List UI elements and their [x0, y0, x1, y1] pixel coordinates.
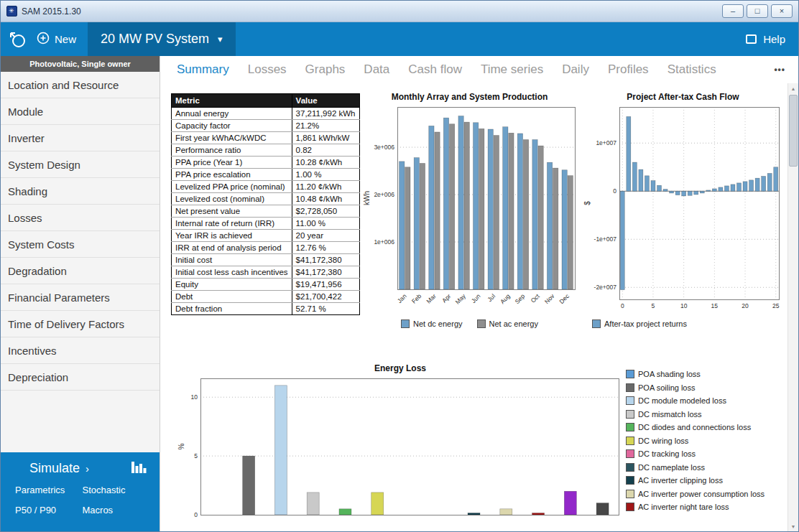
- metric-row: Capacity factor21.2%: [172, 120, 360, 132]
- close-button[interactable]: ×: [771, 4, 793, 18]
- legend-label: DC wiring loss: [638, 437, 688, 445]
- sidebar-item-module[interactable]: Module: [1, 98, 160, 125]
- legend-swatch: [626, 449, 634, 458]
- tab-summary[interactable]: Summary: [167, 62, 239, 77]
- sidebar-item-inverter[interactable]: Inverter: [1, 125, 160, 151]
- legend-label: AC inverter night tare loss: [638, 503, 729, 511]
- svg-text:10: 10: [191, 393, 198, 401]
- energy-loss-plot: 0510%: [175, 374, 626, 526]
- monthly-production-chart: Monthly Array and System Production 1e+0…: [360, 92, 579, 328]
- macros-button[interactable]: Macros: [83, 505, 150, 515]
- scroll-down-arrow[interactable]: ▼: [788, 521, 798, 531]
- metric-row: Levelized cost (nominal)10.48 ¢/kWh: [172, 193, 360, 205]
- sidebar-item-shading[interactable]: Shading: [1, 178, 160, 205]
- tab-time-series[interactable]: Time series: [471, 62, 553, 77]
- energy-loss-legend: POA shading lossPOA soiling lossDC modul…: [626, 368, 765, 514]
- case-type-header: Photovoltaic, Single owner: [1, 56, 160, 72]
- legend-item: AC inverter power consumption loss: [626, 487, 765, 501]
- metric-value: 0.82: [292, 144, 359, 157]
- tab-statistics[interactable]: Statistics: [658, 62, 726, 77]
- legend-item: Net ac energy: [477, 319, 538, 328]
- project-name: 20 MW PV System: [101, 32, 209, 47]
- svg-text:Dec: Dec: [558, 292, 571, 305]
- legend-item: DC mismatch loss: [626, 408, 765, 421]
- new-project-button[interactable]: New: [37, 32, 76, 47]
- scrollbar-thumb[interactable]: [789, 95, 798, 167]
- legend-item: POA soiling loss: [626, 381, 765, 395]
- tab-bar-items: SummaryLossesGraphsDataCash flowTime ser…: [167, 62, 726, 77]
- titlebar: SAM 2015.1.30 – □ ×: [1, 1, 798, 22]
- svg-text:Aug: Aug: [499, 292, 512, 305]
- legend-swatch: [626, 476, 634, 485]
- sidebar-item-time-of-delivery-factors[interactable]: Time of Delivery Factors: [1, 311, 160, 337]
- tab-profiles[interactable]: Profiles: [599, 62, 658, 77]
- tab-cash-flow[interactable]: Cash flow: [399, 62, 471, 77]
- metric-value: 1,861 kWh/kW: [292, 132, 359, 144]
- tab-bar: SummaryLossesGraphsDataCash flowTime ser…: [160, 56, 798, 83]
- svg-text:Sep: Sep: [514, 292, 527, 305]
- window-title: SAM 2015.1.30: [22, 6, 81, 17]
- sidebar-item-location-and-resource[interactable]: Location and Resource: [1, 72, 160, 98]
- svg-text:-1e+007: -1e+007: [594, 235, 617, 243]
- app-window: SAM 2015.1.30 – □ × New 20 MW PV System: [0, 0, 799, 532]
- project-case-tab[interactable]: 20 MW PV System ▾: [88, 22, 236, 56]
- sidebar-item-system-costs[interactable]: System Costs: [1, 231, 160, 258]
- svg-text:May: May: [454, 292, 468, 306]
- svg-text:1e+007: 1e+007: [596, 139, 616, 146]
- minimize-button[interactable]: –: [722, 4, 744, 18]
- chevron-right-icon: ›: [86, 462, 89, 475]
- parametrics-button[interactable]: Parametrics: [15, 485, 83, 495]
- metric-value: 20 year: [292, 230, 359, 242]
- metric-value: $41,172,380: [292, 254, 359, 266]
- legend-item: DC module modeled loss: [626, 394, 765, 408]
- tab-losses[interactable]: Losses: [239, 62, 296, 77]
- legend-swatch: [626, 383, 634, 392]
- chart-title: Project After-tax Cash Flow: [581, 92, 785, 103]
- metric-label: PPA price (Year 1): [172, 157, 292, 169]
- tab-data[interactable]: Data: [354, 62, 399, 77]
- legend-item: DC diodes and connections loss: [626, 421, 765, 434]
- metric-label: Net present value: [172, 205, 292, 218]
- svg-text:Oct: Oct: [530, 292, 542, 304]
- vertical-scrollbar[interactable]: ▲ ▼: [788, 83, 798, 531]
- sidebar-item-losses[interactable]: Losses: [1, 205, 160, 231]
- help-button[interactable]: Help: [746, 33, 785, 45]
- metric-row: First year kWhAC/kWDC1,861 kWh/kW: [172, 132, 360, 144]
- sidebar-item-system-design[interactable]: System Design: [1, 151, 160, 178]
- legend-label: DC nameplate loss: [638, 463, 705, 472]
- metric-label: PPA price escalation: [172, 169, 292, 181]
- metric-value: $19,471,956: [292, 279, 359, 291]
- tabs-overflow-button[interactable]: •••: [774, 56, 785, 83]
- metric-row: Year IRR is achieved20 year: [172, 230, 360, 242]
- metric-row: Internal rate of return (IRR)11.00 %: [172, 218, 360, 230]
- sidebar-item-depreciation[interactable]: Depreciation: [1, 364, 160, 391]
- legend-label: DC module modeled loss: [638, 396, 726, 405]
- tab-graphs[interactable]: Graphs: [296, 62, 355, 77]
- svg-text:3e+006: 3e+006: [374, 144, 394, 151]
- simulate-button[interactable]: Simulate ›: [29, 461, 89, 476]
- sidebar-item-degradation[interactable]: Degradation: [1, 258, 160, 284]
- svg-text:15: 15: [711, 302, 719, 309]
- sidebar-item-financial-parameters[interactable]: Financial Parameters: [1, 284, 160, 311]
- sidebar-item-incentives[interactable]: Incentives: [1, 337, 160, 364]
- legend-item: DC tracking loss: [626, 447, 765, 461]
- stochastic-button[interactable]: Stochastic: [83, 485, 150, 495]
- metric-label: IRR at end of analysis period: [172, 242, 292, 254]
- svg-text:$: $: [583, 201, 591, 205]
- scroll-up-arrow[interactable]: ▲: [788, 83, 798, 93]
- p50-p90-button[interactable]: P50 / P90: [15, 505, 83, 515]
- svg-text:kWh: kWh: [363, 191, 371, 205]
- metric-value: 12.76 %: [292, 242, 359, 254]
- legend-swatch: [626, 423, 634, 431]
- legend-label: DC tracking loss: [638, 449, 696, 458]
- tab-daily[interactable]: Daily: [553, 62, 599, 77]
- maximize-button[interactable]: □: [747, 4, 768, 18]
- histogram-icon[interactable]: [131, 459, 148, 477]
- legend-swatch: [626, 463, 634, 472]
- svg-text:2e+006: 2e+006: [374, 191, 394, 198]
- svg-text:Apr: Apr: [440, 292, 453, 304]
- svg-text:0: 0: [194, 511, 198, 518]
- legend-label: After-tax project returns: [604, 319, 687, 328]
- svg-text:25: 25: [772, 302, 780, 309]
- legend-swatch: [401, 319, 410, 328]
